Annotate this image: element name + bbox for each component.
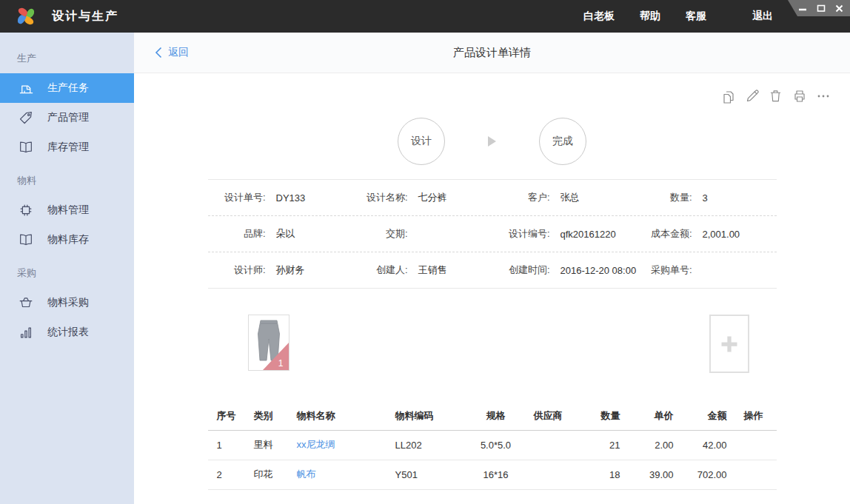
- col-action: 操作: [731, 403, 777, 430]
- material-name-link[interactable]: 帆布: [297, 468, 316, 480]
- table-header-row: 序号 类别 物料名称 物料编码 规格 供应商 数量 单价 金额 操作: [208, 403, 777, 430]
- col-price: 单价: [624, 403, 677, 430]
- app-logo-icon: [15, 4, 37, 28]
- field-label: 设计师:: [208, 263, 266, 277]
- cell-amount: 42.00: [677, 430, 731, 460]
- cell-action: [731, 460, 777, 489]
- sidebar-item-material-purchasing[interactable]: 物料采购: [0, 288, 134, 317]
- creator: 王销售: [418, 263, 447, 277]
- sidebar-section-materials: 物料: [0, 166, 134, 195]
- chip-icon: [17, 201, 35, 219]
- basket-icon: [17, 294, 35, 312]
- col-material-code: 物料编码: [392, 403, 460, 430]
- delete-icon[interactable]: [768, 88, 783, 104]
- col-category: 类别: [250, 403, 292, 430]
- field-label: 品牌:: [208, 227, 266, 241]
- info-row: 设计师:孙财务 创建人:王销售 创建时间:2016-12-20 08:00 采购…: [208, 252, 777, 289]
- design-code: qfk20161220: [560, 229, 616, 240]
- col-seq: 序号: [208, 403, 250, 430]
- product-image-thumbnail[interactable]: 1: [248, 315, 290, 371]
- cell-action: [731, 430, 777, 460]
- sidebar-item-statistics-reports[interactable]: 统计报表: [0, 317, 134, 347]
- more-icon[interactable]: [815, 88, 831, 104]
- cell-seq: 2: [208, 460, 250, 489]
- field-label: 创建时间:: [492, 263, 550, 277]
- table-row: 2 印花 帆布 Y501 16*16 18 39.00 702.00: [208, 460, 777, 489]
- sidebar: 生产 生产任务 产品管理 库存管理 物料: [0, 33, 134, 504]
- cell-supplier: [532, 430, 580, 460]
- sidebar-item-label: 产品管理: [47, 111, 89, 124]
- material-name-link[interactable]: xx尼龙绸: [297, 439, 335, 450]
- book-icon: [17, 138, 35, 156]
- user-menu[interactable]: 白老板: [583, 10, 615, 23]
- tag-icon: [17, 109, 35, 127]
- help-link[interactable]: 帮助: [640, 10, 660, 23]
- sidebar-item-label: 物料库存: [47, 233, 89, 246]
- col-material-name: 物料名称: [292, 403, 392, 430]
- support-link[interactable]: 客服: [686, 10, 706, 23]
- workflow-step-complete: 完成: [539, 118, 586, 165]
- workflow-status: 设计 完成: [134, 118, 850, 165]
- detail-content: 设计 完成 设计单号:DY133 设计名称:七分裤 客户:张总 数量:3: [134, 73, 850, 504]
- cell-amount: 702.00: [677, 460, 731, 489]
- field-label: 设计编号:: [492, 227, 550, 241]
- chevron-left-icon: [155, 47, 162, 58]
- logout-link[interactable]: 退出: [752, 10, 773, 23]
- col-spec: 规格: [460, 403, 532, 430]
- sidebar-item-label: 物料管理: [47, 204, 89, 217]
- table-row: 1 里料 xx尼龙绸 LL202 5.0*5.0 21 2.00 42.00: [208, 430, 777, 460]
- sidebar-item-product-management[interactable]: 产品管理: [0, 103, 134, 132]
- minimize-button[interactable]: [797, 4, 807, 13]
- cell-price: 2.00: [624, 430, 677, 460]
- design-images: 1: [208, 315, 777, 373]
- maximize-button[interactable]: [816, 4, 826, 13]
- field-label: 数量:: [635, 191, 692, 204]
- col-amount: 金额: [677, 403, 731, 430]
- toolbar: [720, 88, 831, 104]
- brand: 朵以: [276, 227, 295, 241]
- cell-qty: 21: [580, 430, 624, 460]
- sidebar-item-label: 物料采购: [47, 296, 89, 309]
- sewing-machine-icon: [17, 79, 35, 97]
- badge-count: 1: [278, 358, 283, 369]
- field-label: 创建人:: [350, 263, 408, 277]
- bar-chart-icon: [17, 323, 35, 341]
- back-button[interactable]: 返回: [155, 46, 189, 59]
- sidebar-section-purchasing: 采购: [0, 258, 134, 288]
- copy-icon[interactable]: [720, 88, 736, 104]
- edit-icon[interactable]: [744, 88, 760, 104]
- design-name: 七分裤: [418, 191, 447, 204]
- info-row: 设计单号:DY133 设计名称:七分裤 客户:张总 数量:3: [208, 180, 777, 216]
- back-label: 返回: [168, 46, 189, 59]
- sidebar-item-inventory-management[interactable]: 库存管理: [0, 132, 134, 162]
- topbar: 设计与生产 白老板 帮助 客服 退出: [0, 0, 850, 33]
- field-label: 成本金额:: [635, 227, 692, 241]
- print-icon[interactable]: [792, 88, 807, 104]
- sidebar-item-production-tasks[interactable]: 生产任务: [0, 73, 134, 103]
- book-icon: [17, 231, 35, 249]
- sidebar-item-material-management[interactable]: 物料管理: [0, 195, 134, 225]
- cell-spec: 16*16: [460, 460, 532, 489]
- sidebar-item-label: 统计报表: [47, 326, 89, 339]
- design-order-number: DY133: [276, 192, 306, 204]
- cell-spec: 5.0*5.0: [460, 430, 532, 460]
- cell-code: LL202: [392, 430, 460, 460]
- field-label: 交期:: [350, 227, 408, 241]
- sidebar-section-production: 生产: [0, 44, 134, 73]
- sidebar-item-material-inventory[interactable]: 物料库存: [0, 225, 134, 255]
- cell-qty: 18: [580, 460, 624, 489]
- main-panel: 返回 产品设计单详情: [134, 33, 850, 504]
- cell-code: Y501: [392, 460, 460, 489]
- field-label: 客户:: [492, 191, 550, 204]
- cell-seq: 1: [208, 430, 250, 460]
- cell-price: 39.00: [624, 460, 677, 489]
- close-button[interactable]: [834, 4, 844, 13]
- create-time: 2016-12-20 08:00: [560, 265, 637, 276]
- workflow-step-design: 设计: [398, 118, 445, 165]
- info-row: 品牌:朵以 交期: 设计编号:qfk20161220 成本金额:2,001.00: [208, 216, 777, 252]
- pants-image: [258, 320, 279, 360]
- add-image-button[interactable]: [709, 315, 749, 373]
- window-controls: [788, 0, 850, 16]
- sidebar-item-label: 生产任务: [47, 81, 89, 95]
- app-window: 设计与生产 白老板 帮助 客服 退出 生产: [0, 0, 850, 504]
